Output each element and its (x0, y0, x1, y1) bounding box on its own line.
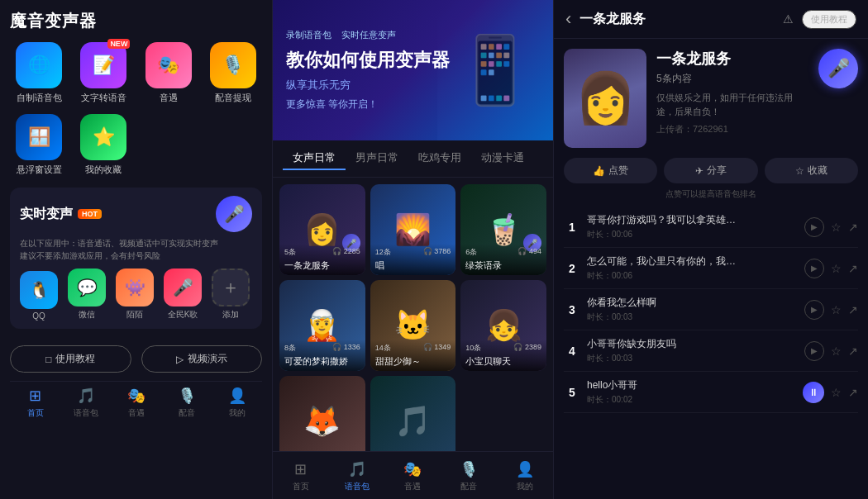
pack-card-2[interactable]: 🌄 12条 🎧 3786 唱 (370, 184, 456, 275)
pack-name-2: 唱 (375, 259, 451, 272)
feature-voice-pack[interactable]: 🌐 自制语音包 (10, 42, 68, 104)
realtime-title: 实时变声 HOT (20, 206, 102, 223)
dubbing-nav-icon: 🎙️ (178, 387, 196, 405)
track-item-2: 2 怎么可能，我心里只有你的，我… 时长：00:06 ▶ ☆ ↗ (564, 248, 858, 289)
track-duration-3: 时长：00:03 (587, 311, 798, 323)
play-icon-3[interactable]: ▶ (804, 300, 824, 320)
nav-voice-tone[interactable]: 🎭 音遇 (111, 382, 161, 422)
collection-icon: ⭐ (80, 114, 126, 160)
app-momo[interactable]: 👾 陌陌 (116, 269, 154, 321)
track-item-5: 5 hello小哥哥 时长：00:02 ⏸ ☆ ↗ (564, 372, 858, 413)
pack-card-5[interactable]: 🐱 14条 🎧 1349 甜甜少御～ (370, 280, 456, 371)
play-icon-4[interactable]: ▶ (804, 341, 824, 361)
star-icon-1[interactable]: ☆ (831, 221, 842, 234)
feature-float-window[interactable]: 🪟 悬浮窗设置 (10, 114, 68, 176)
pack-card-3[interactable]: 🧋 🎤 6条 🎧 494 绿茶语录 (460, 184, 546, 275)
feature-dubbing[interactable]: 🎙️ 配音提现 (204, 42, 262, 104)
pack-card-6[interactable]: 👧 10条 🎧 2389 小宝贝聊天 (460, 280, 546, 371)
add-app[interactable]: ＋ 添加 (212, 269, 250, 321)
pack-overlay-2: 12条 🎧 3786 唱 (370, 244, 456, 275)
nav-mine[interactable]: 👤 我的 (212, 382, 262, 422)
realtime-desc: 在以下应用中：语音通话、视频通话中可实现实时变声 建议不要添加游戏应用，会有封号… (20, 237, 252, 262)
mid-dubbing-icon: 🎙️ (460, 460, 478, 478)
nav-dubbing[interactable]: 🎙️ 配音 (161, 382, 212, 422)
pause-icon-5[interactable]: ⏸ (803, 382, 824, 403)
middle-bottom-nav: ⊞ 首页 🎵 语音包 🎭 音遇 🎙️ 配音 👤 我的 (273, 451, 553, 499)
tab-anime[interactable]: 动漫卡通 (471, 147, 534, 170)
play-icon-1[interactable]: ▶ (804, 217, 824, 237)
right-mic-button[interactable]: 🎤 (818, 49, 858, 88)
pack-card-1[interactable]: 👩 🎤 5条 🎧 2285 一条龙服务 (279, 184, 365, 275)
app-karaoke[interactable]: 🎤 全民K歌 (164, 269, 202, 321)
mid-home-icon: ⊞ (294, 460, 307, 478)
voice-tone-icon: 🎭 (145, 42, 192, 88)
pack-overlay-3: 6条 🎧 494 绿茶语录 (460, 244, 546, 275)
back-button[interactable]: ‹ (565, 8, 571, 30)
pack-overlay-5: 14条 🎧 1349 甜甜少御～ (370, 340, 456, 371)
mid-nav-voice-tone[interactable]: 🎭 音遇 (385, 455, 441, 496)
nav-voice-pack[interactable]: 🎵 语音包 (60, 382, 111, 422)
feature-collection[interactable]: ⭐ 我的收藏 (74, 114, 132, 176)
voice-pack-label: 自制语音包 (17, 92, 62, 104)
tab-male-daily[interactable]: 男声日常 (346, 147, 408, 170)
float-window-label: 悬浮窗设置 (17, 164, 62, 176)
pack-stats-3: 6条 🎧 494 (465, 247, 541, 258)
voice-tone-label: 音遇 (160, 92, 178, 104)
share-icon-1[interactable]: ↗ (848, 221, 858, 234)
track-title-1: 哥哥你打游戏吗？我可以拿英雄… (587, 213, 798, 227)
star-icon-3[interactable]: ☆ (831, 303, 842, 316)
collect-button[interactable]: ☆ 收藏 (765, 158, 858, 183)
voice-tone-nav-icon: 🎭 (127, 387, 145, 405)
share-icon: ✈ (695, 165, 703, 177)
pack-thumb-7: 🦊 (279, 376, 365, 451)
track-actions-5: ⏸ ☆ ↗ (803, 382, 858, 403)
mid-nav-home[interactable]: ⊞ 首页 (273, 455, 329, 496)
track-item-1: 1 哥哥你打游戏吗？我可以拿英雄… 时长：00:06 ▶ ☆ ↗ (564, 207, 858, 248)
text-to-speech-label: 文字转语音 (81, 92, 126, 104)
share-icon-2[interactable]: ↗ (848, 262, 858, 275)
demo-button[interactable]: ▷ 视频演示 (141, 345, 263, 373)
banner-tag1: 录制语音包 (286, 29, 331, 41)
pack-stats-1: 5条 🎧 2285 (284, 247, 360, 258)
mid-nav-voice-pack[interactable]: 🎵 语音包 (329, 455, 385, 496)
text-to-speech-icon: 📝 NEW (80, 42, 126, 88)
banner: 录制语音包 实时任意变声 教你如何使用变声器 纵享其乐无穷 更多惊喜 等你开启！… (273, 0, 553, 140)
mid-nav-dubbing[interactable]: 🎙️ 配音 (441, 455, 497, 496)
share-icon-4[interactable]: ↗ (848, 345, 858, 358)
feature-voice-tone[interactable]: 🎭 音遇 (140, 42, 198, 104)
pack-detail: 👩 一条龙服务 5条内容 仅供娱乐之用，如用于任何违法用途，后果自负！ 上传者：… (554, 39, 868, 499)
pack-card-8[interactable]: 🎵 (370, 376, 456, 451)
demo-icon: ▷ (176, 354, 184, 365)
collection-label: 我的收藏 (85, 164, 122, 176)
feature-text-to-speech[interactable]: 📝 NEW 文字转语音 (74, 42, 132, 104)
mid-nav-mine[interactable]: 👤 我的 (497, 455, 553, 496)
mic-button[interactable]: 🎤 (216, 196, 252, 232)
track-actions-3: ▶ ☆ ↗ (804, 300, 858, 320)
app-qq[interactable]: 🐧 QQ (20, 271, 58, 321)
app-wechat[interactable]: 💬 微信 (68, 269, 106, 321)
tutorial-button[interactable]: □ 使用教程 (10, 345, 131, 373)
star-icon-5[interactable]: ☆ (831, 386, 842, 399)
play-icon-2[interactable]: ▶ (804, 259, 824, 278)
like-button[interactable]: 👍 点赞 (564, 158, 657, 183)
share-icon-3[interactable]: ↗ (848, 303, 858, 316)
pack-card-7[interactable]: 🦊 (279, 376, 365, 451)
pack-name-detail: 一条龙服务 (656, 49, 808, 69)
track-num-5: 5 (564, 386, 580, 399)
right-tutorial-button[interactable]: 使用教程 (802, 10, 856, 29)
track-duration-1: 时长：00:06 (587, 229, 798, 240)
nav-home[interactable]: ⊞ 首页 (10, 382, 60, 422)
share-icon-5[interactable]: ↗ (848, 386, 858, 399)
tab-pubg[interactable]: 吃鸡专用 (408, 147, 471, 170)
feature-icons-row1: 🌐 自制语音包 📝 NEW 文字转语音 🎭 音遇 🎙️ 配音提现 (10, 42, 262, 104)
float-window-icon: 🪟 (16, 114, 62, 160)
header-icons: ⚠ 使用教程 (783, 10, 856, 29)
star-icon-2[interactable]: ☆ (831, 262, 842, 275)
tab-female-daily[interactable]: 女声日常 (283, 147, 346, 170)
star-icon-4[interactable]: ☆ (831, 345, 842, 358)
category-tabs: 女声日常 男声日常 吃鸡专用 动漫卡通 (273, 140, 553, 178)
pack-card-4[interactable]: 🧝 8条 🎧 1336 可爱的梦莉撒娇 (279, 280, 365, 371)
share-button[interactable]: ✈ 分享 (664, 158, 757, 183)
pack-stats-2: 12条 🎧 3786 (375, 247, 451, 258)
track-info-2: 怎么可能，我心里只有你的，我… 时长：00:06 (587, 254, 798, 282)
